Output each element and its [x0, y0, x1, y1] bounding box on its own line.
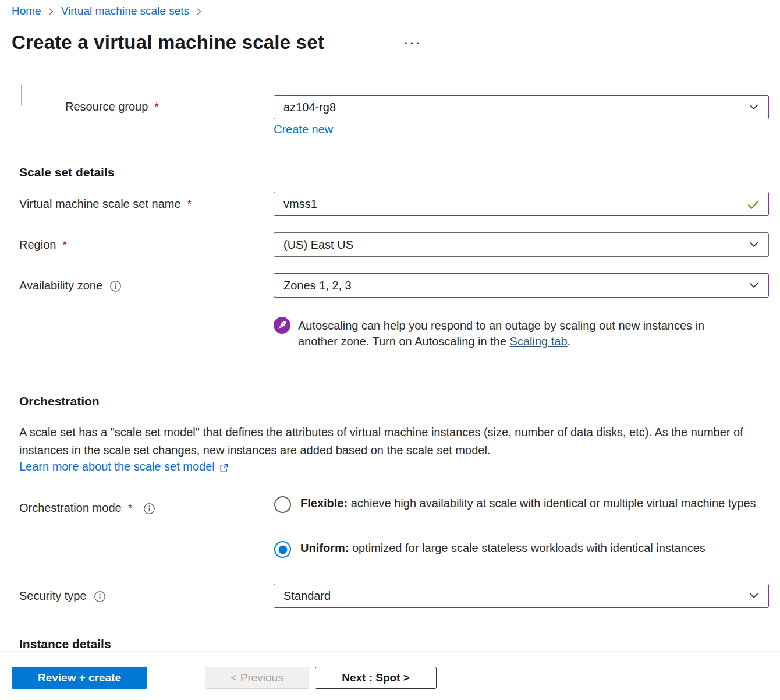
radio-label-flexible: Flexible: achieve high availability at s…	[300, 494, 766, 513]
chevron-down-icon	[749, 239, 759, 253]
vmss-name-input[interactable]: vmss1	[274, 192, 769, 216]
tree-connector-vertical	[21, 85, 22, 105]
security-type-dropdown[interactable]: Standard	[274, 584, 769, 608]
chevron-right-icon	[47, 8, 55, 16]
availability-zone-label: Availability zone	[19, 279, 122, 292]
breadcrumb: Home Virtual machine scale sets	[12, 5, 203, 17]
orchestration-heading: Orchestration	[19, 394, 100, 408]
orchestration-mode-label: Orchestration mode*	[19, 501, 155, 515]
learn-more-link[interactable]: Learn more about the scale set model	[19, 460, 229, 473]
availability-zone-value: Zones 1, 2, 3	[283, 279, 352, 292]
resource-group-label: Resource group*	[65, 100, 159, 114]
vmss-name-label: Virtual machine scale set name*	[19, 197, 192, 211]
vmss-name-label-text: Virtual machine scale set name	[19, 197, 181, 211]
security-type-label-text: Security type	[19, 589, 87, 603]
vmss-name-value: vmss1	[283, 197, 317, 211]
required-asterisk: *	[187, 197, 192, 211]
autoscaling-note-text: Autoscaling can help you respond to an o…	[298, 319, 704, 348]
previous-button[interactable]: < Previous	[205, 667, 309, 689]
radio-button-flexible[interactable]	[274, 496, 291, 513]
create-vmss-page: Home Virtual machine scale sets Create a…	[0, 0, 780, 700]
security-type-value: Standard	[283, 589, 331, 603]
rocket-icon	[274, 317, 290, 334]
resource-group-dropdown[interactable]: az104-rg8	[274, 95, 769, 119]
region-value: (US) East US	[283, 238, 353, 252]
create-new-link[interactable]: Create new	[274, 123, 333, 136]
radio-option-flexible[interactable]: Flexible: achieve high availability at s…	[274, 496, 766, 513]
breadcrumb-vmss-link[interactable]: Virtual machine scale sets	[61, 5, 189, 17]
resource-group-value: az104-rg8	[283, 101, 336, 114]
learn-more-link-text: Learn more about the scale set model	[19, 460, 215, 473]
radio-button-uniform[interactable]	[274, 541, 291, 558]
page-title: Create a virtual machine scale set	[12, 31, 324, 54]
chevron-down-icon	[749, 102, 759, 115]
uniform-desc-text: optimized for large scale stateless work…	[349, 542, 705, 554]
scaling-tab-link[interactable]: Scaling tab	[510, 335, 568, 348]
external-link-icon	[219, 463, 229, 473]
required-asterisk: *	[128, 501, 133, 515]
availability-zone-dropdown[interactable]: Zones 1, 2, 3	[274, 273, 769, 298]
required-asterisk: *	[154, 100, 159, 114]
required-asterisk: *	[62, 238, 67, 252]
chevron-down-icon	[749, 280, 759, 294]
flexible-desc-text: achieve high availability at scale with …	[348, 497, 756, 510]
autoscaling-note-period: .	[568, 335, 571, 348]
flexible-bold-text: Flexible:	[300, 497, 348, 510]
chevron-right-icon	[195, 8, 203, 16]
autoscaling-note: Autoscaling can help you respond to an o…	[298, 318, 740, 349]
region-dropdown[interactable]: (US) East US	[274, 232, 769, 257]
breadcrumb-home-link[interactable]: Home	[12, 5, 41, 17]
chevron-down-icon	[749, 591, 759, 604]
review-create-button[interactable]: Review + create	[12, 667, 147, 689]
uniform-bold-text: Uniform:	[300, 542, 349, 554]
resource-group-label-text: Resource group	[65, 100, 148, 114]
info-icon[interactable]	[143, 503, 155, 515]
orchestration-description: A scale set has a "scale set model" that…	[19, 423, 774, 459]
availability-zone-label-text: Availability zone	[19, 279, 102, 292]
info-icon[interactable]	[109, 280, 122, 292]
region-label: Region*	[19, 238, 67, 252]
radio-label-uniform: Uniform: optimized for large scale state…	[300, 539, 766, 558]
radio-option-uniform[interactable]: Uniform: optimized for large scale state…	[274, 541, 766, 558]
region-label-text: Region	[19, 238, 56, 252]
scale-set-details-heading: Scale set details	[19, 165, 114, 179]
more-options-ellipsis[interactable]: ···	[404, 36, 422, 51]
security-type-label: Security type	[19, 589, 106, 603]
tree-connector-horizontal	[21, 105, 56, 105]
footer-action-bar: Review + create < Previous Next : Spot >	[0, 651, 780, 700]
orchestration-mode-label-text: Orchestration mode	[19, 501, 122, 515]
instance-details-heading: Instance details	[19, 637, 111, 651]
next-spot-button[interactable]: Next : Spot >	[315, 667, 437, 689]
info-icon[interactable]	[94, 591, 106, 603]
valid-check-icon	[746, 197, 760, 214]
